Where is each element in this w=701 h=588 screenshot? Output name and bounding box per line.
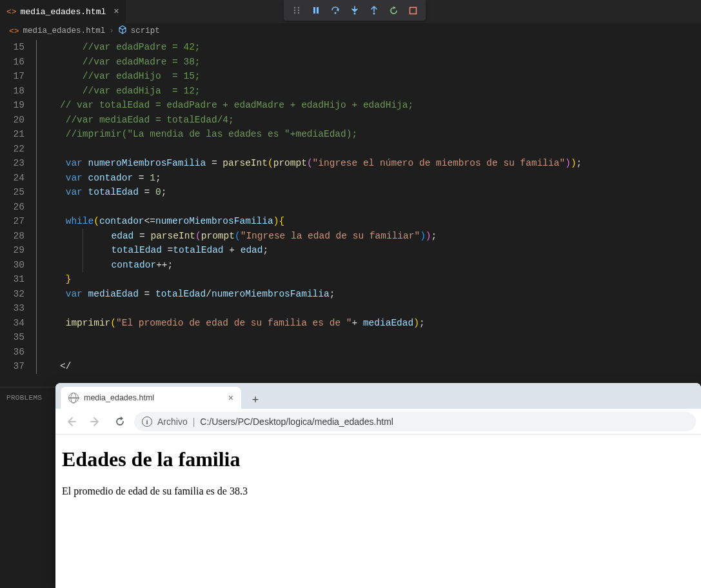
code-line[interactable]: </ bbox=[36, 359, 701, 374]
svg-point-1 bbox=[298, 7, 299, 8]
svg-point-0 bbox=[294, 7, 295, 8]
code-line[interactable]: // var totalEdad = edadPadre + edadMadre… bbox=[36, 98, 701, 113]
code-line[interactable] bbox=[36, 142, 701, 157]
nav-forward-button[interactable] bbox=[85, 411, 106, 432]
globe-icon bbox=[68, 393, 79, 403]
line-number: 25 bbox=[0, 185, 25, 200]
info-icon[interactable]: i bbox=[142, 416, 152, 427]
line-number: 17 bbox=[0, 69, 25, 84]
code-line[interactable]: var contador = 1; bbox=[36, 171, 701, 186]
line-number: 31 bbox=[0, 272, 25, 287]
nav-reload-button[interactable] bbox=[110, 411, 130, 432]
editor-tab[interactable]: <> media_edades.html × bbox=[0, 0, 126, 23]
code-line[interactable]: //var edadMadre = 38; bbox=[36, 55, 701, 70]
code-line[interactable]: //var edadPadre = 42; bbox=[36, 40, 701, 55]
code-line[interactable]: //var edadHija = 12; bbox=[36, 84, 701, 99]
debug-restart-button[interactable] bbox=[385, 2, 402, 19]
browser-tabstrip: media_edades.html × + bbox=[55, 383, 701, 409]
line-number: 35 bbox=[0, 330, 25, 345]
code-line[interactable] bbox=[36, 200, 701, 215]
debug-stop-button[interactable] bbox=[404, 2, 421, 19]
debug-pause-button[interactable] bbox=[308, 2, 324, 19]
line-number: 28 bbox=[0, 229, 25, 244]
code-line[interactable] bbox=[36, 301, 701, 316]
code-line[interactable]: var mediaEdad = totalEdad/numeroMiembros… bbox=[36, 287, 701, 302]
tab-filename: media_edades.html bbox=[21, 7, 106, 17]
svg-point-10 bbox=[373, 13, 375, 15]
new-tab-button[interactable]: + bbox=[246, 391, 264, 409]
svg-rect-7 bbox=[317, 7, 319, 14]
line-number: 23 bbox=[0, 156, 25, 171]
line-number: 29 bbox=[0, 243, 25, 258]
address-bar[interactable]: i Archivo | C:/Users/PC/Desktop/logica/m… bbox=[134, 412, 696, 431]
debug-step-into-button[interactable] bbox=[346, 2, 363, 19]
line-number: 21 bbox=[0, 127, 25, 142]
code-line[interactable]: //imprimir("La mendia de las edades es "… bbox=[36, 127, 701, 142]
code-line[interactable]: imprimir("El promedio de edad de su fami… bbox=[36, 316, 701, 331]
line-number: 16 bbox=[0, 55, 25, 70]
browser-tab[interactable]: media_edades.html × bbox=[61, 387, 241, 409]
code-editor[interactable]: 1516171819202122232425262728293031323334… bbox=[0, 39, 701, 387]
line-number: 36 bbox=[0, 345, 25, 360]
html-file-icon: <> bbox=[9, 26, 19, 36]
address-prefix: Archivo bbox=[157, 416, 188, 427]
code-line[interactable]: totalEdad =totalEdad + edad; bbox=[36, 243, 701, 258]
code-content[interactable]: //var edadPadre = 42; //var edadMadre = … bbox=[36, 39, 701, 387]
line-number: 34 bbox=[0, 316, 25, 331]
svg-point-4 bbox=[294, 12, 295, 14]
line-number-gutter: 1516171819202122232425262728293031323334… bbox=[0, 39, 36, 387]
code-line[interactable]: } bbox=[36, 272, 701, 287]
line-number: 18 bbox=[0, 84, 25, 99]
debug-step-over-button[interactable] bbox=[327, 2, 344, 19]
line-number: 26 bbox=[0, 200, 25, 215]
svg-point-8 bbox=[335, 12, 337, 14]
line-number: 24 bbox=[0, 171, 25, 186]
browser-window: media_edades.html × + i Archivo | C:/Use… bbox=[55, 383, 701, 588]
line-number: 27 bbox=[0, 214, 25, 229]
code-line[interactable] bbox=[36, 330, 701, 345]
code-line[interactable]: var totalEdad = 0; bbox=[36, 185, 701, 200]
browser-tab-title: media_edades.html bbox=[84, 393, 154, 402]
code-line[interactable]: while(contador<=numeroMiembrosFamilia){ bbox=[36, 214, 701, 229]
problems-tab[interactable]: PROBLEMS bbox=[6, 394, 42, 402]
svg-point-9 bbox=[354, 13, 356, 15]
debug-step-out-button[interactable] bbox=[366, 2, 382, 19]
line-number: 19 bbox=[0, 98, 25, 113]
browser-toolbar: i Archivo | C:/Users/PC/Desktop/logica/m… bbox=[55, 409, 701, 435]
line-number: 30 bbox=[0, 258, 25, 273]
line-number: 20 bbox=[0, 113, 25, 128]
line-number: 22 bbox=[0, 142, 25, 157]
line-number: 32 bbox=[0, 287, 25, 302]
browser-page-content: Edades de la familia El promedio de edad… bbox=[55, 435, 701, 510]
page-heading: Edades de la familia bbox=[62, 447, 695, 471]
address-separator: | bbox=[193, 416, 195, 427]
code-line[interactable]: //var edadHijo = 15; bbox=[36, 69, 701, 84]
svg-point-2 bbox=[294, 10, 295, 11]
debug-toolbar bbox=[284, 0, 426, 21]
code-line[interactable]: var numeroMiembrosFamilia = parseInt(pro… bbox=[36, 156, 701, 171]
breadcrumb-file: media_edades.html bbox=[23, 26, 106, 35]
svg-rect-6 bbox=[313, 7, 315, 14]
page-output-text: El promedio de edad de su familia es de … bbox=[62, 485, 695, 497]
cube-icon bbox=[118, 25, 127, 37]
breadcrumb-scope: script bbox=[131, 26, 160, 35]
tab-close-button[interactable]: × bbox=[114, 6, 119, 17]
debug-grip-icon[interactable] bbox=[288, 2, 305, 19]
code-line[interactable] bbox=[36, 345, 701, 360]
nav-back-button[interactable] bbox=[61, 411, 81, 432]
code-line[interactable]: contador++; bbox=[36, 258, 701, 273]
address-path: C:/Users/PC/Desktop/logica/media_edades.… bbox=[200, 416, 393, 427]
line-number: 37 bbox=[0, 359, 25, 374]
browser-tab-close-button[interactable]: × bbox=[228, 393, 233, 403]
svg-rect-11 bbox=[410, 7, 416, 14]
code-line[interactable]: //var mediaEdad = totalEdad/4; bbox=[36, 113, 701, 128]
svg-point-3 bbox=[298, 10, 299, 11]
breadcrumb[interactable]: <> media_edades.html › script bbox=[0, 23, 701, 39]
chevron-right-icon: › bbox=[109, 26, 114, 35]
line-number: 15 bbox=[0, 40, 25, 55]
html-file-icon: <> bbox=[6, 7, 17, 17]
code-line[interactable]: edad = parseInt(prompt("Ingrese la edad … bbox=[36, 229, 701, 244]
svg-point-5 bbox=[298, 12, 299, 14]
line-number: 33 bbox=[0, 301, 25, 316]
